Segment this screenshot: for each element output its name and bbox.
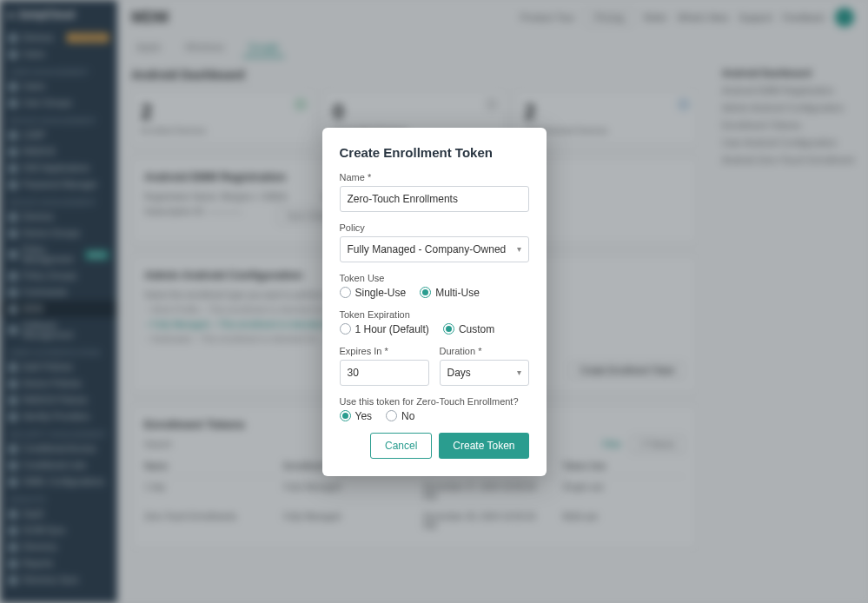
zero-touch-yes[interactable]: Yes — [340, 410, 373, 422]
create-enrollment-token-modal: Create Enrollment Token Name * Policy Fu… — [322, 128, 547, 476]
token-use-single[interactable]: Single-Use — [340, 287, 407, 299]
duration-value: Days — [447, 367, 471, 379]
token-use-label: Token Use — [340, 273, 529, 283]
modal-overlay: Create Enrollment Token Name * Policy Fu… — [0, 0, 868, 603]
create-token-button[interactable]: Create Token — [439, 433, 528, 459]
token-use-multi[interactable]: Multi-Use — [420, 287, 480, 299]
expiration-label: Token Expiration — [340, 309, 529, 320]
radio-icon — [386, 410, 397, 421]
radio-icon — [340, 287, 351, 298]
expiration-default[interactable]: 1 Hour (Default) — [340, 323, 429, 335]
policy-select[interactable]: Fully Managed - Company-Owned ▾ — [340, 236, 529, 262]
policy-label: Policy — [340, 222, 529, 233]
zero-touch-radio-group: Yes No — [340, 410, 529, 422]
name-label: Name * — [340, 172, 529, 182]
expiration-custom[interactable]: Custom — [443, 323, 494, 335]
cancel-button[interactable]: Cancel — [370, 433, 432, 459]
radio-icon — [340, 410, 351, 421]
chevron-down-icon: ▾ — [517, 244, 521, 254]
policy-value: Fully Managed - Company-Owned — [348, 243, 507, 255]
radio-icon — [340, 323, 351, 335]
token-use-radio-group: Single-Use Multi-Use — [340, 287, 529, 299]
duration-select[interactable]: Days ▾ — [440, 360, 529, 386]
radio-icon — [443, 323, 454, 335]
duration-label: Duration * — [440, 346, 529, 356]
zero-touch-no[interactable]: No — [386, 410, 414, 422]
radio-icon — [420, 287, 431, 298]
expires-in-input[interactable] — [340, 360, 429, 386]
chevron-down-icon: ▾ — [517, 368, 521, 377]
modal-title: Create Enrollment Token — [340, 145, 529, 160]
zero-touch-label: Use this token for Zero-Touch Enrollment… — [340, 396, 529, 407]
name-input[interactable] — [340, 186, 529, 212]
expires-in-label: Expires In * — [340, 346, 429, 356]
expiration-radio-group: 1 Hour (Default) Custom — [340, 323, 529, 335]
